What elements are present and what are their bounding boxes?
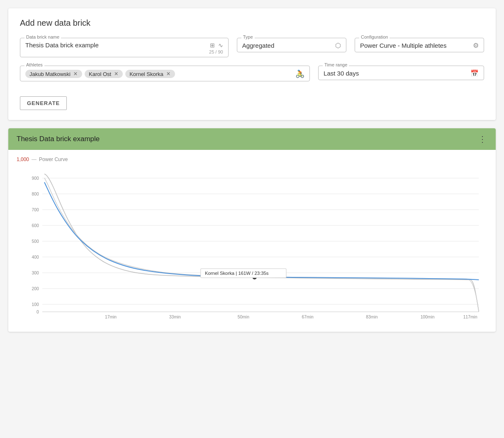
gear-icon[interactable]: ⚙ (473, 42, 479, 49)
athletes-chips: Jakub Matkowski × Karol Ost × Kornel Sko… (25, 70, 295, 78)
svg-text:100: 100 (32, 302, 39, 307)
athlete-name-1: Karol Ost (89, 71, 111, 77)
configuration-value[interactable]: Power Curve - Multiple athletes (360, 42, 473, 49)
chart-area: 900 800 700 600 500 400 300 200 100 0 17… (17, 166, 487, 323)
svg-text:700: 700 (32, 208, 39, 212)
chart-body: 1,000 — Power Curve 900 800 700 (8, 150, 496, 332)
configuration-icons: ⚙ (473, 42, 479, 49)
power-curve-svg: 900 800 700 600 500 400 300 200 100 0 17… (17, 166, 487, 323)
tooltip-text: Kornel Skorka | 161W / 23:35s (205, 271, 269, 276)
svg-text:200: 200 (32, 286, 39, 291)
athlete-chip-1: Karol Ost × (85, 70, 123, 78)
data-brick-name-field: Data brick name Thesis Data brick exampl… (20, 38, 229, 57)
brick-icon: ⊞ (210, 42, 215, 49)
type-field: Type Aggregated ⬡ (237, 38, 346, 52)
athletes-field-icons: 🚴 (295, 69, 304, 78)
svg-text:33min: 33min (169, 315, 181, 319)
time-range-value[interactable]: Last 30 days (324, 70, 470, 77)
type-inner: Aggregated ⬡ (242, 42, 341, 49)
chart-dots-menu[interactable]: ⋮ (478, 134, 487, 144)
page-title: Add new data brick (20, 18, 484, 28)
bike-icon: 🚴 (295, 69, 304, 78)
athletes-label: Athletes (24, 62, 44, 67)
chart-title: Thesis Data brick example (17, 135, 100, 143)
form-row-2: Athletes Jakub Matkowski × Karol Ost × K… (20, 66, 484, 81)
remove-athlete-1[interactable]: × (113, 71, 119, 77)
type-value[interactable]: Aggregated (242, 42, 335, 49)
configuration-field: Configuration Power Curve - Multiple ath… (355, 38, 484, 52)
svg-text:900: 900 (32, 176, 39, 181)
chart-line-icon: ∿ (218, 42, 223, 49)
athletes-inner: Jakub Matkowski × Karol Ost × Kornel Sko… (25, 69, 304, 78)
configuration-label: Configuration (359, 34, 390, 39)
svg-text:300: 300 (32, 271, 39, 275)
svg-text:600: 600 (32, 223, 39, 228)
athlete-name-2: Kornel Skorka (129, 71, 163, 77)
athlete-chip-2: Kornel Skorka × (125, 70, 175, 78)
curve-label: Power Curve (39, 157, 68, 162)
svg-text:800: 800 (32, 192, 39, 196)
svg-text:117min: 117min (463, 315, 477, 319)
athletes-field: Athletes Jakub Matkowski × Karol Ost × K… (20, 66, 310, 81)
svg-text:50min: 50min (238, 315, 249, 319)
svg-text:17min: 17min (105, 315, 117, 319)
athlete-chip-0: Jakub Matkowski × (25, 70, 82, 78)
data-brick-name-label: Data brick name (24, 34, 61, 39)
chart-label-top: 1,000 — Power Curve (17, 157, 487, 162)
time-range-inner: Last 30 days 📅 (324, 69, 479, 77)
data-brick-name-inner: Thesis Data brick example ⊞ ∿ (25, 42, 223, 49)
form-row-1: Data brick name Thesis Data brick exampl… (20, 38, 484, 57)
data-brick-name-icons: ⊞ ∿ (210, 42, 223, 49)
svg-text:500: 500 (32, 239, 39, 244)
aggregated-icon: ⬡ (335, 42, 341, 49)
add-data-brick-card: Add new data brick Data brick name Thesi… (8, 8, 496, 120)
chart-card: Thesis Data brick example ⋮ 1,000 — Powe… (8, 128, 496, 332)
svg-text:0: 0 (37, 310, 39, 314)
remove-athlete-2[interactable]: × (165, 71, 172, 77)
calendar-icon[interactable]: 📅 (470, 69, 479, 77)
time-range-label: Time range (323, 62, 349, 67)
chart-header: Thesis Data brick example ⋮ (8, 128, 496, 150)
type-label: Type (241, 34, 255, 39)
data-brick-name-value[interactable]: Thesis Data brick example (25, 42, 210, 49)
configuration-inner: Power Curve - Multiple athletes ⚙ (360, 42, 479, 49)
svg-text:83min: 83min (366, 315, 377, 319)
y-max-value: 1,000 (17, 157, 29, 162)
athlete-name-0: Jakub Matkowski (29, 71, 71, 77)
time-range-icons: 📅 (470, 69, 479, 77)
char-count: 25 / 90 (25, 49, 223, 54)
type-icons: ⬡ (335, 42, 341, 49)
svg-text:400: 400 (32, 255, 39, 259)
generate-button[interactable]: GENERATE (20, 96, 67, 110)
remove-athlete-0[interactable]: × (72, 71, 79, 77)
svg-text:100min: 100min (421, 315, 435, 319)
svg-text:67min: 67min (302, 315, 314, 319)
time-range-field: Time range Last 30 days 📅 (318, 66, 484, 80)
